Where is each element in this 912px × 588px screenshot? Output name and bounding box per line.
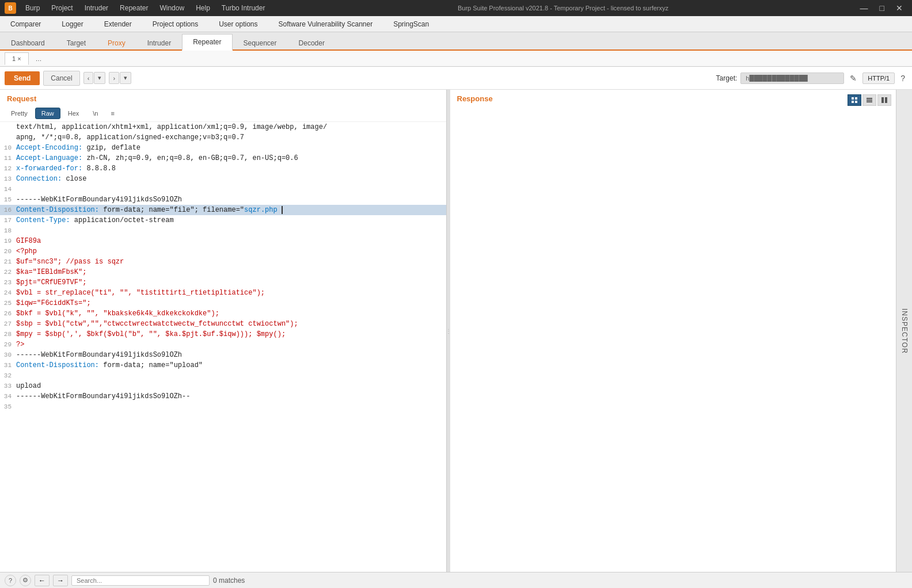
menu-logger[interactable]: Logger: [51, 18, 93, 30]
tab-repeater[interactable]: Repeater: [182, 34, 232, 51]
back-nav-button[interactable]: ←: [35, 575, 50, 586]
code-line: 24 $vbl = str_replace("ti", "", "tistitt…: [0, 288, 446, 298]
repeater-subtabs: 1 × …: [0, 51, 912, 67]
code-line: 30 ------WebKitFormBoundary4i9ljikdsSo9l…: [0, 350, 446, 360]
format-tab-newline[interactable]: \n: [86, 108, 104, 119]
main-content: Request Pretty Raw Hex \n ≡ text/html, a…: [0, 90, 912, 572]
menu-extender[interactable]: Extender: [94, 18, 142, 30]
menu-repeater[interactable]: Repeater: [114, 2, 154, 14]
forward-nav-button[interactable]: →: [53, 575, 68, 586]
code-line-highlighted: 16 Content-Disposition: form-data; name=…: [0, 205, 446, 215]
nav-fwd-dropdown[interactable]: ▾: [120, 72, 131, 84]
svg-rect-0: [852, 97, 854, 100]
menu-burp[interactable]: Burp: [20, 2, 45, 14]
response-header: Response: [450, 90, 500, 105]
code-line: 27 $sbp = $vbl("ctw","","ctwcctwrectwatc…: [0, 319, 446, 329]
menu-project-options[interactable]: Project options: [142, 18, 208, 30]
target-area: Target: ✎ HTTP/1 ?: [716, 72, 907, 84]
window-title: Burp Suite Professional v2021.8 - Tempor…: [271, 5, 855, 12]
svg-rect-8: [885, 97, 887, 103]
response-content: [450, 106, 896, 572]
tab-proxy[interactable]: Proxy: [97, 35, 136, 51]
request-panel: Request Pretty Raw Hex \n ≡ text/html, a…: [0, 90, 447, 572]
code-line: 21 $uf="snc3"; //pass is sqzr: [0, 257, 446, 267]
code-line: 35: [0, 402, 446, 412]
request-header: Request: [0, 90, 446, 105]
menu-comparer[interactable]: Comparer: [0, 18, 51, 30]
svg-rect-6: [867, 101, 872, 102]
menu-user-options[interactable]: User options: [208, 18, 268, 30]
request-format-tabs: Pretty Raw Hex \n ≡: [0, 105, 446, 122]
code-line: 29 ?>: [0, 339, 446, 350]
nav-forward-button[interactable]: ›: [109, 72, 119, 84]
help-button[interactable]: ?: [898, 72, 907, 84]
code-line: 11 Accept-Language: zh-CN, zh;q=0.9, en;…: [0, 153, 446, 163]
view-btn-compact[interactable]: [877, 94, 891, 106]
inspector-label: INSPECTOR: [900, 308, 909, 354]
code-line: 34 ------WebKitFormBoundary4i9ljikdsSo9l…: [0, 391, 446, 402]
code-line: 25 $iqw="F6ciddKTs=";: [0, 298, 446, 308]
response-panel: Response: [450, 90, 896, 572]
secondary-menubar: Comparer Logger Extender Project options…: [0, 16, 912, 32]
code-line: text/html, application/xhtml+xml, applic…: [0, 122, 446, 132]
toolbar: Send Cancel ‹ ▾ › ▾ Target: ✎ HTTP/1 ?: [0, 67, 912, 90]
format-options-icon[interactable]: ≡: [106, 108, 120, 119]
code-line: 13 Connection: close: [0, 174, 446, 184]
menu-intruder[interactable]: Intruder: [79, 2, 114, 14]
target-label: Target:: [716, 74, 738, 82]
menu-help[interactable]: Help: [190, 2, 216, 14]
svg-rect-7: [881, 97, 884, 103]
maximize-button[interactable]: □: [875, 2, 889, 14]
tab-intruder[interactable]: Intruder: [136, 35, 182, 51]
titlebar: B Burp Project Intruder Repeater Window …: [0, 0, 912, 16]
repeater-tab-more[interactable]: …: [29, 53, 49, 64]
settings-icon-button[interactable]: ⚙: [20, 575, 31, 586]
tab-sequencer[interactable]: Sequencer: [233, 35, 288, 51]
edit-target-button[interactable]: ✎: [848, 72, 859, 84]
code-line: 22 $ka="IEBldmFbsK";: [0, 267, 446, 277]
menu-project[interactable]: Project: [45, 2, 78, 14]
burp-logo: B: [5, 2, 16, 14]
nav-fwd-group: › ▾: [109, 72, 131, 84]
code-line: 31 Content-Disposition: form-data; name=…: [0, 360, 446, 371]
format-tab-raw[interactable]: Raw: [35, 108, 60, 119]
cancel-button[interactable]: Cancel: [43, 71, 79, 86]
tab-dashboard[interactable]: Dashboard: [0, 35, 56, 51]
svg-rect-3: [855, 101, 857, 103]
tab-decoder[interactable]: Decoder: [288, 35, 336, 51]
code-line: 15 ------WebKitFormBoundary4i9ljikdsSo9l…: [0, 194, 446, 205]
menu-turbo-intruder[interactable]: Turbo Intruder: [216, 2, 271, 14]
nav-back-button[interactable]: ‹: [83, 72, 94, 84]
repeater-tab-1[interactable]: 1 ×: [5, 52, 29, 65]
menu-springscan[interactable]: SpringScan: [383, 18, 439, 30]
nav-back-dropdown[interactable]: ▾: [94, 72, 105, 84]
code-line: 23 $pjt="CRfUE9TVF";: [0, 277, 446, 288]
code-line: 26 $bkf = $vbl("k", "", "kbakske6k4k_kdk…: [0, 308, 446, 319]
view-btn-list[interactable]: [862, 94, 876, 106]
search-input[interactable]: [71, 575, 210, 586]
code-line: apng, */*;q=0.8, application/signed-exch…: [0, 132, 446, 143]
bottombar: ? ⚙ ← → 0 matches: [0, 572, 912, 588]
tab-target[interactable]: Target: [56, 35, 97, 51]
target-input[interactable]: [740, 72, 844, 84]
code-line: 14: [0, 184, 446, 194]
code-line: 33 upload: [0, 381, 446, 391]
view-btn-grid[interactable]: [848, 94, 861, 106]
svg-rect-2: [852, 101, 854, 103]
close-button[interactable]: ✕: [891, 2, 907, 14]
minimize-button[interactable]: —: [856, 2, 873, 14]
format-tab-hex[interactable]: Hex: [62, 108, 86, 119]
menu-vuln-scanner[interactable]: Software Vulnerability Scanner: [268, 18, 383, 30]
code-line: 17 Content-Type: application/octet-strea…: [0, 215, 446, 226]
send-button[interactable]: Send: [5, 71, 40, 85]
inspector-panel[interactable]: INSPECTOR: [896, 90, 912, 572]
help-icon-button[interactable]: ?: [5, 575, 16, 586]
code-line: 32: [0, 371, 446, 381]
format-tab-pretty[interactable]: Pretty: [5, 108, 34, 119]
menu-window[interactable]: Window: [154, 2, 190, 14]
http-version-selector[interactable]: HTTP/1: [862, 72, 895, 84]
request-code-area[interactable]: text/html, application/xhtml+xml, applic…: [0, 122, 446, 572]
code-line: 19 GIF89a: [0, 236, 446, 246]
code-line: 28 $mpy = $sbp(',', $bkf($vbl("b", "", $…: [0, 329, 446, 339]
main-tabbar: Dashboard Target Proxy Intruder Repeater…: [0, 32, 912, 51]
